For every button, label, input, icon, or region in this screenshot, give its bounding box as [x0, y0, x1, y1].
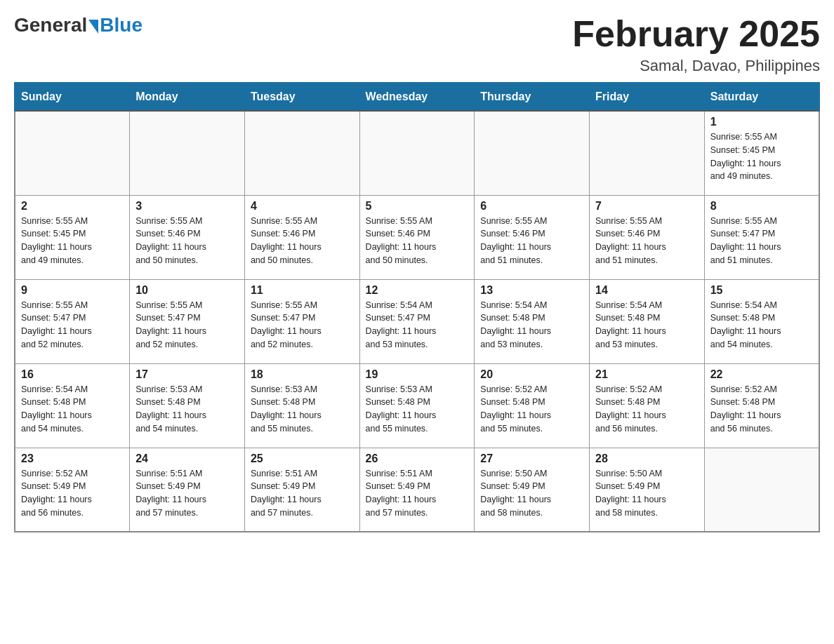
day-info: Sunrise: 5:54 AMSunset: 5:48 PMDaylight:… — [480, 299, 583, 351]
day-number: 16 — [21, 368, 124, 381]
day-info: Sunrise: 5:51 AMSunset: 5:49 PMDaylight:… — [366, 467, 469, 520]
calendar-cell: 13Sunrise: 5:54 AMSunset: 5:48 PMDayligh… — [475, 279, 590, 363]
logo-general-text: General — [14, 14, 87, 36]
logo: General Blue — [14, 14, 143, 36]
calendar-day-header-thursday: Thursday — [475, 83, 590, 111]
calendar-cell — [475, 111, 590, 195]
calendar-cell: 23Sunrise: 5:52 AMSunset: 5:49 PMDayligh… — [15, 448, 130, 532]
logo-blue-text: Blue — [100, 14, 143, 36]
day-info: Sunrise: 5:55 AMSunset: 5:46 PMDaylight:… — [595, 215, 699, 267]
page-header: General Blue February 2025 Samal, Davao,… — [14, 14, 820, 75]
calendar-cell — [704, 448, 819, 532]
calendar-cell: 14Sunrise: 5:54 AMSunset: 5:48 PMDayligh… — [590, 279, 705, 363]
day-info: Sunrise: 5:52 AMSunset: 5:49 PMDaylight:… — [21, 467, 124, 520]
day-number: 17 — [135, 368, 239, 381]
day-number: 4 — [251, 200, 354, 213]
day-number: 7 — [595, 200, 699, 213]
day-number: 28 — [595, 452, 699, 465]
calendar-cell: 6Sunrise: 5:55 AMSunset: 5:46 PMDaylight… — [475, 195, 590, 279]
day-info: Sunrise: 5:52 AMSunset: 5:48 PMDaylight:… — [595, 383, 699, 436]
day-number: 5 — [366, 200, 469, 213]
day-info: Sunrise: 5:55 AMSunset: 5:47 PMDaylight:… — [135, 299, 239, 351]
day-number: 20 — [480, 368, 583, 381]
calendar-cell: 16Sunrise: 5:54 AMSunset: 5:48 PMDayligh… — [15, 363, 130, 448]
calendar-cell: 17Sunrise: 5:53 AMSunset: 5:48 PMDayligh… — [130, 363, 245, 448]
calendar-cell: 15Sunrise: 5:54 AMSunset: 5:48 PMDayligh… — [704, 279, 819, 363]
calendar-cell: 2Sunrise: 5:55 AMSunset: 5:45 PMDaylight… — [15, 195, 130, 279]
calendar-cell: 11Sunrise: 5:55 AMSunset: 5:47 PMDayligh… — [244, 279, 359, 363]
day-info: Sunrise: 5:52 AMSunset: 5:48 PMDaylight:… — [710, 383, 813, 436]
week-row-3: 9Sunrise: 5:55 AMSunset: 5:47 PMDaylight… — [15, 279, 819, 363]
day-number: 12 — [366, 284, 469, 297]
calendar-cell: 20Sunrise: 5:52 AMSunset: 5:48 PMDayligh… — [475, 363, 590, 448]
day-info: Sunrise: 5:54 AMSunset: 5:48 PMDaylight:… — [21, 383, 124, 436]
day-number: 1 — [710, 116, 813, 128]
calendar-cell: 12Sunrise: 5:54 AMSunset: 5:47 PMDayligh… — [359, 279, 475, 363]
calendar-cell: 25Sunrise: 5:51 AMSunset: 5:49 PMDayligh… — [244, 448, 359, 532]
day-number: 8 — [710, 200, 813, 213]
calendar-cell: 27Sunrise: 5:50 AMSunset: 5:49 PMDayligh… — [475, 448, 590, 532]
week-row-5: 23Sunrise: 5:52 AMSunset: 5:49 PMDayligh… — [15, 448, 819, 532]
calendar-cell: 5Sunrise: 5:55 AMSunset: 5:46 PMDaylight… — [359, 195, 475, 279]
calendar-day-header-sunday: Sunday — [15, 83, 130, 111]
day-info: Sunrise: 5:51 AMSunset: 5:49 PMDaylight:… — [135, 467, 239, 520]
day-info: Sunrise: 5:55 AMSunset: 5:47 PMDaylight:… — [710, 215, 813, 267]
day-number: 3 — [135, 200, 239, 213]
day-number: 15 — [710, 284, 813, 297]
day-number: 9 — [21, 284, 124, 297]
day-number: 19 — [366, 368, 469, 381]
day-info: Sunrise: 5:55 AMSunset: 5:45 PMDaylight:… — [21, 215, 124, 267]
week-row-2: 2Sunrise: 5:55 AMSunset: 5:45 PMDaylight… — [15, 195, 819, 279]
week-row-4: 16Sunrise: 5:54 AMSunset: 5:48 PMDayligh… — [15, 363, 819, 448]
day-number: 27 — [480, 452, 583, 465]
calendar-cell: 9Sunrise: 5:55 AMSunset: 5:47 PMDaylight… — [15, 279, 130, 363]
day-number: 18 — [251, 368, 354, 381]
calendar-cell: 4Sunrise: 5:55 AMSunset: 5:46 PMDaylight… — [244, 195, 359, 279]
day-info: Sunrise: 5:55 AMSunset: 5:47 PMDaylight:… — [251, 299, 354, 351]
calendar-cell — [590, 111, 705, 195]
day-info: Sunrise: 5:54 AMSunset: 5:47 PMDaylight:… — [366, 299, 469, 351]
month-title: February 2025 — [572, 14, 820, 54]
day-info: Sunrise: 5:55 AMSunset: 5:46 PMDaylight:… — [480, 215, 583, 267]
day-number: 24 — [135, 452, 239, 465]
calendar-cell — [244, 111, 359, 195]
day-info: Sunrise: 5:54 AMSunset: 5:48 PMDaylight:… — [595, 299, 699, 351]
calendar-header-row: SundayMondayTuesdayWednesdayThursdayFrid… — [15, 83, 819, 111]
day-number: 26 — [366, 452, 469, 465]
calendar-cell: 10Sunrise: 5:55 AMSunset: 5:47 PMDayligh… — [130, 279, 245, 363]
day-number: 11 — [251, 284, 354, 297]
calendar-day-header-monday: Monday — [130, 83, 245, 111]
calendar-table: SundayMondayTuesdayWednesdayThursdayFrid… — [14, 82, 820, 532]
day-number: 13 — [480, 284, 583, 297]
day-info: Sunrise: 5:51 AMSunset: 5:49 PMDaylight:… — [251, 467, 354, 520]
calendar-day-header-friday: Friday — [590, 83, 705, 111]
calendar-cell: 8Sunrise: 5:55 AMSunset: 5:47 PMDaylight… — [704, 195, 819, 279]
calendar-cell: 19Sunrise: 5:53 AMSunset: 5:48 PMDayligh… — [359, 363, 475, 448]
calendar-cell — [359, 111, 475, 195]
day-info: Sunrise: 5:53 AMSunset: 5:48 PMDaylight:… — [366, 383, 469, 436]
day-number: 14 — [595, 284, 699, 297]
calendar-cell: 21Sunrise: 5:52 AMSunset: 5:48 PMDayligh… — [590, 363, 705, 448]
day-info: Sunrise: 5:55 AMSunset: 5:46 PMDaylight:… — [251, 215, 354, 267]
day-info: Sunrise: 5:55 AMSunset: 5:45 PMDaylight:… — [710, 130, 813, 183]
location-title: Samal, Davao, Philippines — [572, 57, 820, 75]
week-row-1: 1Sunrise: 5:55 AMSunset: 5:45 PMDaylight… — [15, 111, 819, 195]
calendar-day-header-saturday: Saturday — [704, 83, 819, 111]
calendar-cell: 26Sunrise: 5:51 AMSunset: 5:49 PMDayligh… — [359, 448, 475, 532]
calendar-cell — [130, 111, 245, 195]
day-info: Sunrise: 5:55 AMSunset: 5:46 PMDaylight:… — [135, 215, 239, 267]
title-block: February 2025 Samal, Davao, Philippines — [572, 14, 820, 75]
day-number: 2 — [21, 200, 124, 213]
day-number: 23 — [21, 452, 124, 465]
day-number: 21 — [595, 368, 699, 381]
calendar-cell: 18Sunrise: 5:53 AMSunset: 5:48 PMDayligh… — [244, 363, 359, 448]
calendar-day-header-tuesday: Tuesday — [244, 83, 359, 111]
day-number: 10 — [135, 284, 239, 297]
calendar-cell — [15, 111, 130, 195]
calendar-cell: 7Sunrise: 5:55 AMSunset: 5:46 PMDaylight… — [590, 195, 705, 279]
day-info: Sunrise: 5:53 AMSunset: 5:48 PMDaylight:… — [251, 383, 354, 436]
calendar-cell: 1Sunrise: 5:55 AMSunset: 5:45 PMDaylight… — [704, 111, 819, 195]
logo-triangle-icon — [88, 20, 98, 34]
calendar-cell: 28Sunrise: 5:50 AMSunset: 5:49 PMDayligh… — [590, 448, 705, 532]
day-info: Sunrise: 5:53 AMSunset: 5:48 PMDaylight:… — [135, 383, 239, 436]
